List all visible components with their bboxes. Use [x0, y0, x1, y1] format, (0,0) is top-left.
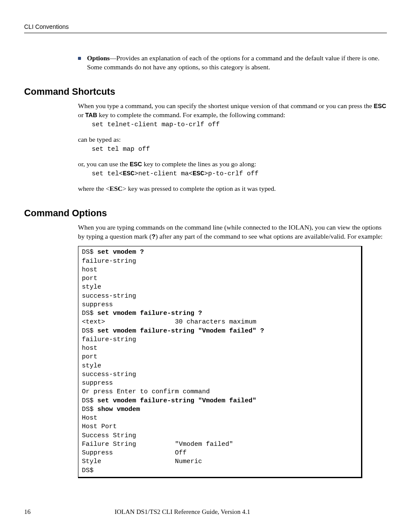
output-line: port [82, 353, 97, 361]
para-use-esc: or, you can use the ESC key to complete … [78, 160, 387, 169]
output-line: Host [82, 414, 97, 422]
bullet-text: Options—Provides an explanation of each … [87, 54, 387, 72]
page-footer: 16 IOLAN DS1/TS2 CLI Reference Guide, Ve… [24, 508, 387, 516]
key-esc: ESC [374, 103, 386, 109]
text: key to complete the command. For example… [97, 111, 285, 118]
text: or [78, 111, 85, 118]
bullet-label: Options [87, 54, 110, 62]
cmd: set vmodem failure-string ? [97, 310, 202, 317]
output-line: port [82, 275, 97, 282]
output-line: Failure String "Vmodem failed" [82, 441, 233, 448]
text: or, you can use the [78, 160, 130, 168]
text: >p-to-crlf off [204, 170, 258, 177]
body-column: Options—Provides an explanation of each … [78, 54, 387, 72]
text: set tel< [92, 170, 123, 177]
heading-command-options: Command Options [24, 208, 387, 219]
output-line: Host Port [82, 423, 117, 430]
options-bullet: Options—Provides an explanation of each … [78, 54, 387, 72]
heading-command-shortcuts: Command Shortcuts [24, 87, 387, 97]
page-number: 16 [24, 508, 115, 516]
section1-body: When you type a command, you can specify… [78, 102, 387, 193]
output-line: failure-string [82, 336, 136, 343]
terminal-example-box: DS$ set vmodem ? failure-string host por… [78, 246, 362, 478]
code-example-1: set telnet-client map-to-crlf off [92, 121, 387, 129]
output-line: suppress [82, 301, 113, 308]
key-tab: TAB [85, 112, 97, 118]
para-typed-as: can be typed as: [78, 135, 387, 144]
para-esc-pressed: where the <ESC> key was pressed to compl… [78, 184, 387, 193]
key-esc-bold: ESC [109, 185, 122, 192]
output-line: success-string [82, 292, 136, 300]
page: CLI Conventions Options—Provides an expl… [0, 0, 411, 532]
code-example-3: set tel<ESC>net-client ma<ESC>p-to-crlf … [92, 170, 387, 178]
output-line: suppress [82, 380, 113, 387]
key-esc: ESC [130, 161, 142, 168]
text: >net-client ma< [134, 170, 193, 177]
bullet-icon [78, 57, 81, 60]
text: When you type a command, you can specify… [78, 102, 374, 109]
output-line: style [82, 283, 101, 291]
output-line: <text> 30 characters maximum [82, 318, 256, 326]
running-header: CLI Conventions [24, 23, 387, 33]
cmd: show vmodem [97, 406, 140, 413]
output-line: host [82, 345, 97, 352]
prompt: DS$ [82, 397, 97, 404]
output-line: Success String [82, 432, 136, 439]
key-esc: ESC [123, 170, 134, 177]
output-line: Or press Enter to confirm command [82, 388, 210, 395]
text: key to complete the lines as you go alon… [142, 160, 256, 168]
output-line: style [82, 362, 101, 370]
text: ) after any part of the command to see w… [156, 233, 383, 240]
text: where the < [78, 185, 109, 192]
para-shortcuts-intro: When you type a command, you can specify… [78, 102, 387, 120]
code-example-2: set tel map off [92, 145, 387, 154]
output-line: success-string [82, 371, 136, 378]
cmd: set vmodem failure-string "Vmodem failed… [97, 327, 264, 335]
output-line: Suppress Off [82, 449, 187, 457]
prompt: DS$ [82, 310, 97, 317]
footer-title: IOLAN DS1/TS2 CLI Reference Guide, Versi… [115, 508, 250, 516]
section2-body: When you are typing commands on the comm… [78, 223, 387, 478]
cmd: set vmodem ? [97, 249, 144, 256]
output-line: host [82, 266, 97, 274]
question-mark: ? [152, 233, 156, 241]
prompt: DS$ [82, 406, 97, 413]
para-options-intro: When you are typing commands on the comm… [78, 223, 387, 242]
text: > key was pressed to complete the option… [122, 185, 276, 192]
output-line: Style Numeric [82, 458, 202, 465]
bullet-body: —Provides an explanation of each of the … [87, 54, 380, 71]
cmd: set vmodem failure-string "Vmodem failed… [97, 397, 256, 404]
key-esc: ESC [193, 170, 204, 177]
output-line: failure-string [82, 258, 136, 265]
prompt: DS$ [82, 327, 97, 335]
output-line: DS$ [82, 467, 93, 474]
prompt: DS$ [82, 249, 97, 256]
